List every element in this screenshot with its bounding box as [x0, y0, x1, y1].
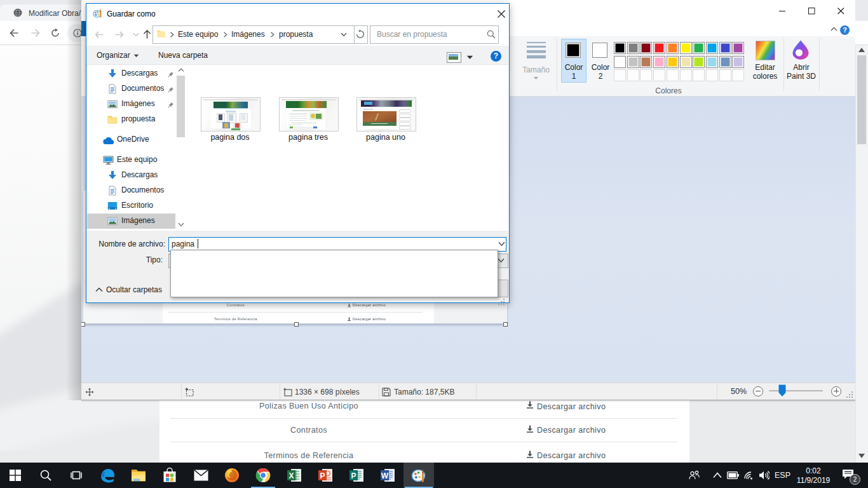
svg-text:X: X — [288, 471, 294, 480]
svg-text:P: P — [351, 471, 356, 480]
svg-text:W: W — [381, 471, 389, 480]
svg-text:P: P — [320, 471, 325, 480]
